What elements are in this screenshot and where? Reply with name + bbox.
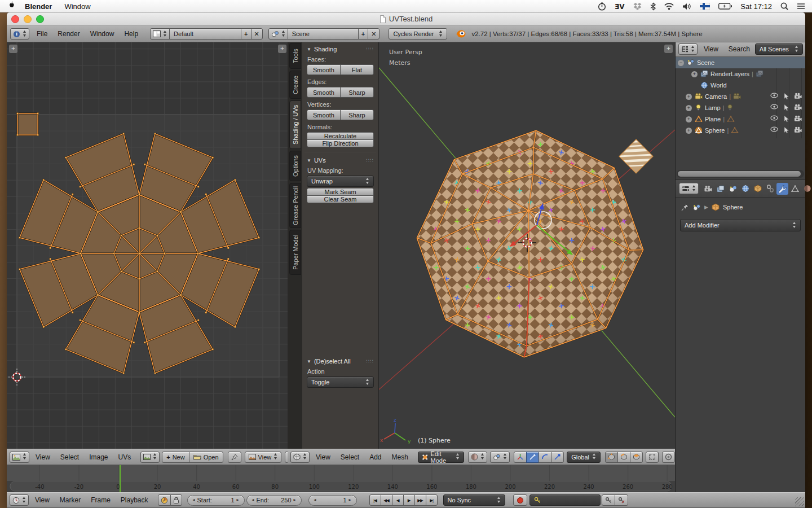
outliner-item-renderlayers[interactable]: +RenderLayers|: [676, 68, 805, 80]
viewport-menu-mesh[interactable]: Mesh: [387, 453, 413, 461]
shade-smooth-faces-button[interactable]: Smooth: [307, 64, 341, 75]
tool-shelf-tab-tools[interactable]: Tools: [289, 43, 301, 69]
region-expand-icon[interactable]: +: [664, 45, 673, 53]
face-select-button[interactable]: [630, 452, 643, 463]
viewport-menu-view[interactable]: View: [311, 453, 336, 461]
outliner-item-world[interactable]: World: [676, 80, 805, 91]
menubar-clock[interactable]: Sat 17:12: [740, 2, 772, 11]
playback-range-button[interactable]: [158, 494, 171, 506]
region-expand-icon[interactable]: +: [9, 45, 17, 53]
timeline-menu-playback[interactable]: Playback: [116, 496, 153, 504]
info-editor-type-button[interactable]: i: [10, 28, 29, 40]
outliner-editor-type-button[interactable]: [678, 43, 698, 55]
pivot-point-dropdown[interactable]: [490, 452, 510, 463]
shade-flat-faces-button[interactable]: Flat: [340, 64, 374, 75]
keying-set-field[interactable]: [529, 494, 601, 506]
up-down-arrows-icon[interactable]: [497, 496, 501, 505]
image-browse-button[interactable]: [140, 452, 160, 463]
jump-end-button[interactable]: ▶|: [426, 494, 438, 506]
outliner-item-scene[interactable]: −Scene: [676, 57, 805, 68]
up-down-arrows-icon[interactable]: [23, 453, 27, 461]
renderability-toggle-icon[interactable]: [794, 115, 802, 123]
wifi-icon[interactable]: [664, 3, 674, 10]
selectability-toggle-icon[interactable]: [783, 115, 791, 123]
delete-keyframe-button[interactable]: [615, 494, 628, 506]
up-down-arrows-icon[interactable]: [503, 453, 507, 461]
up-down-arrows-icon[interactable]: [592, 453, 596, 461]
scale-manipulator-button[interactable]: [551, 452, 564, 463]
tool-shelf-tab-shading-uvs[interactable]: Shading / UVs: [289, 100, 301, 149]
edge-select-button[interactable]: [617, 452, 630, 463]
visibility-toggle-icon[interactable]: [770, 115, 778, 123]
uv-menu-uvs[interactable]: UVs: [113, 453, 136, 461]
uv-menu-select[interactable]: Select: [55, 453, 84, 461]
up-down-arrows-icon[interactable]: [273, 453, 277, 461]
info-menu-help[interactable]: Help: [119, 30, 143, 38]
screen-layout-name-field[interactable]: Default: [169, 28, 241, 40]
up-down-arrows-icon[interactable]: [281, 30, 285, 38]
insert-keyframe-button[interactable]: [602, 494, 615, 506]
up-down-arrows-icon[interactable]: [365, 378, 369, 387]
up-down-arrows-icon[interactable]: [795, 45, 798, 54]
delete-screen-layout-button[interactable]: ✕: [251, 28, 263, 40]
frame-end-field[interactable]: ◂End: 250▸: [246, 495, 302, 506]
flip-normals-button[interactable]: Flip Direction: [307, 139, 374, 147]
manipulator-toggle-button[interactable]: [514, 452, 527, 463]
window-titlebar[interactable]: UVTest.blend: [7, 12, 805, 26]
properties-tab-world[interactable]: [739, 183, 751, 195]
uv-editor-type-button[interactable]: [10, 452, 29, 463]
expander-icon[interactable]: +: [691, 71, 698, 77]
expander-icon[interactable]: +: [686, 105, 692, 111]
timeline-editor-type-button[interactable]: [10, 494, 29, 506]
timer-icon[interactable]: [598, 2, 606, 11]
pin-image-button[interactable]: [228, 452, 241, 463]
tool-shelf-tab-paper-model[interactable]: Paper Model: [289, 230, 301, 275]
up-down-arrows-icon[interactable]: [22, 496, 26, 505]
tool-shelf-tab-options[interactable]: Options: [289, 151, 301, 181]
expander-icon[interactable]: +: [686, 128, 692, 134]
frame-start-field[interactable]: ◂Start: 1▸: [187, 495, 245, 506]
translate-manipulator-button[interactable]: [526, 452, 539, 463]
prev-keyframe-button[interactable]: ◀◀: [381, 494, 392, 506]
properties-tab-render[interactable]: [702, 183, 714, 195]
selectability-toggle-icon[interactable]: [783, 126, 791, 134]
delete-scene-button[interactable]: ✕: [368, 28, 379, 40]
spotlight-icon[interactable]: [780, 2, 788, 10]
clear-seam-button[interactable]: Clear Seam: [307, 195, 374, 203]
timeline-tracks[interactable]: -40-200204060801001201401601802002202402…: [7, 464, 675, 492]
render-engine-dropdown[interactable]: Cycles Render: [389, 28, 447, 40]
viewport-canvas[interactable]: User PerspMeters(1) Spherexyz: [379, 41, 675, 449]
properties-tab-constraints[interactable]: [764, 183, 776, 195]
up-down-arrows-icon[interactable]: [163, 30, 167, 38]
action-dropdown[interactable]: Toggle: [307, 376, 374, 388]
play-button[interactable]: ▶: [403, 494, 415, 506]
outliner-item-sphere[interactable]: +Sphere|: [676, 125, 805, 136]
up-down-arrows-icon[interactable]: [792, 221, 796, 230]
apple-menu-icon[interactable]: [0, 1, 19, 11]
up-down-arrows-icon[interactable]: [480, 453, 484, 461]
expander-icon[interactable]: +: [686, 116, 692, 122]
outliner-menu-search[interactable]: Search: [723, 45, 755, 53]
transform-orientation-dropdown[interactable]: Global: [567, 452, 601, 463]
macos-app-menu[interactable]: Blender: [19, 2, 58, 11]
current-frame-field[interactable]: ◂1▸: [308, 495, 357, 506]
unwrap-menu-button[interactable]: Unwrap: [307, 176, 374, 187]
timeline-menu-view[interactable]: View: [30, 496, 55, 504]
mode-dropdown[interactable]: Edit Mode: [418, 452, 464, 463]
uv-menu-image[interactable]: Image: [84, 453, 113, 461]
properties-tab-render-layers[interactable]: [714, 183, 726, 195]
info-menu-window[interactable]: Window: [85, 30, 120, 38]
up-down-arrows-icon[interactable]: [303, 453, 307, 461]
uv-menu-view[interactable]: View: [30, 453, 55, 461]
info-menu-render[interactable]: Render: [52, 30, 85, 38]
macos-menu-window[interactable]: Window: [58, 2, 96, 11]
viewport-shading-dropdown[interactable]: [468, 452, 487, 463]
battery-icon[interactable]: [718, 3, 732, 10]
outliner-filter-dropdown[interactable]: All Scenes: [755, 43, 803, 55]
scene-icon[interactable]: [692, 204, 701, 211]
expander-icon[interactable]: +: [686, 94, 692, 100]
viewport-menu-add[interactable]: Add: [364, 453, 386, 461]
play-reverse-button[interactable]: ◀: [392, 494, 404, 506]
jump-start-button[interactable]: |◀: [369, 494, 381, 506]
outliner-item-lamp[interactable]: +Lamp|: [676, 102, 805, 113]
